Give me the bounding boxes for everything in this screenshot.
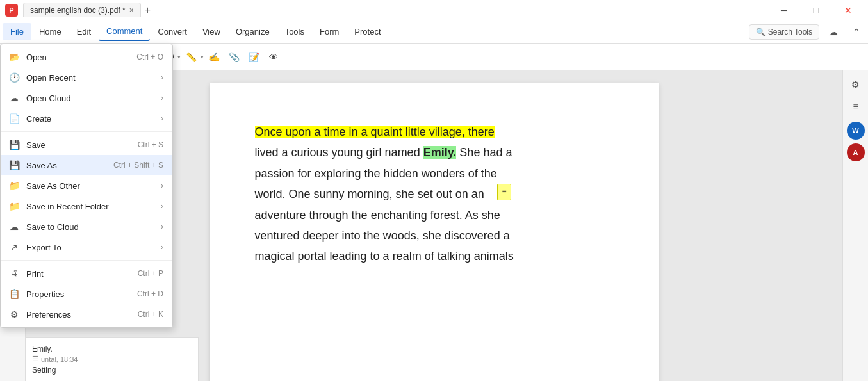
comment-box-chevron: ▾ <box>177 54 181 60</box>
menu-item-save-recent-folder[interactable]: 📁 Save in Recent Folder › <box>1 196 172 216</box>
measure-button[interactable]: 📏 <box>181 47 201 67</box>
open-icon: 📂 <box>8 51 20 63</box>
comment-meta-icon: ☰ <box>32 355 38 363</box>
menu-protect[interactable]: Protect <box>347 23 388 40</box>
sign-group[interactable]: ✍ <box>204 47 224 67</box>
export-icon: ↗ <box>8 241 20 253</box>
search-icon: 🔍 <box>756 28 766 36</box>
comment-panel: Emily. ☰ untal, 18:34 Setting <box>26 337 199 381</box>
menu-form[interactable]: Form <box>312 23 347 40</box>
paragraph-3: passion for exploring the hidden wonders… <box>255 163 614 184</box>
open-recent-label: Open Recent <box>26 73 154 83</box>
save-as-label: Save As <box>26 161 107 170</box>
cloud-upload-button[interactable]: ☁ <box>824 23 842 41</box>
window-minimize-button[interactable]: ─ <box>769 0 799 20</box>
save-label: Save <box>26 140 131 150</box>
properties-shortcut: Ctrl + D <box>137 289 163 298</box>
search-tools-label: Search Tools <box>768 28 812 36</box>
menu-file[interactable]: File <box>3 23 31 40</box>
name-emily: Emily. <box>423 146 457 159</box>
menu-tools[interactable]: Tools <box>277 23 312 40</box>
save-recent-icon: 📁 <box>8 200 20 212</box>
menu-item-print[interactable]: 🖨 Print Ctrl + P <box>1 263 172 284</box>
sign-button[interactable]: ✍ <box>204 47 224 67</box>
menu-item-create[interactable]: 📄 Create › <box>1 108 172 129</box>
show-hide-button[interactable]: 👁 <box>264 47 283 67</box>
menu-item-save[interactable]: 💾 Save Ctrl + S <box>1 134 172 155</box>
paragraph-1: Once upon a time in a quaint little vill… <box>255 122 614 142</box>
panel-settings-icon[interactable]: ⚙ <box>847 76 865 93</box>
print-label: Print <box>26 269 131 279</box>
save-cloud-label: Save to Cloud <box>26 222 154 232</box>
save-as-shortcut: Ctrl + Shift + S <box>113 161 163 170</box>
open-cloud-icon: ☁ <box>8 92 20 104</box>
edit-text-button[interactable]: 📝 <box>244 47 263 67</box>
measure-group[interactable]: 📏 ▾ <box>181 47 204 67</box>
open-recent-arrow: › <box>161 73 163 82</box>
create-arrow: › <box>161 114 163 123</box>
panel-adjust-icon[interactable]: ≡ <box>847 97 865 115</box>
save-cloud-icon: ☁ <box>8 221 20 232</box>
menu-item-open-cloud[interactable]: ☁ Open Cloud › <box>1 88 172 108</box>
new-tab-button[interactable]: + <box>145 4 151 16</box>
open-label: Open <box>26 53 130 62</box>
properties-icon: 📋 <box>8 288 20 300</box>
save-shortcut: Ctrl + S <box>138 140 163 149</box>
menu-convert[interactable]: Convert <box>150 23 195 40</box>
comment-meta-time: untal, 18:34 <box>41 355 78 363</box>
app-icon: P <box>5 4 18 17</box>
menu-item-export-to[interactable]: ↗ Export To › <box>1 237 172 257</box>
collapse-button[interactable]: ⌃ <box>848 23 865 41</box>
separator-2 <box>1 260 172 261</box>
menu-edit[interactable]: Edit <box>69 23 99 40</box>
create-label: Create <box>26 114 154 124</box>
open-shortcut: Ctrl + O <box>136 53 163 61</box>
save-cloud-arrow: › <box>161 222 163 231</box>
measure-chevron: ▾ <box>201 54 204 60</box>
menu-item-save-cloud[interactable]: ☁ Save to Cloud › <box>1 216 172 237</box>
preferences-icon: ⚙ <box>8 309 20 320</box>
document-page: Once upon a time in a quaint little vill… <box>210 83 659 381</box>
open-cloud-arrow: › <box>161 93 163 102</box>
attach-button[interactable]: 📎 <box>224 47 243 67</box>
document-tab[interactable]: sample english doc (3).pdf * × <box>23 3 141 17</box>
comment-name: Emily. <box>32 345 192 353</box>
menu-view[interactable]: View <box>195 23 228 40</box>
open-recent-icon: 🕐 <box>8 72 20 83</box>
title-bar: P sample english doc (3).pdf * × + ─ □ ✕ <box>0 0 868 20</box>
menu-item-save-as[interactable]: 💾 Save As Ctrl + Shift + S <box>1 155 172 175</box>
save-as-other-arrow: › <box>161 181 163 190</box>
paragraph-7: magical portal leading to a realm of tal… <box>255 246 614 266</box>
paragraph-4: world. One sunny morning, she set out on… <box>255 184 614 204</box>
acrobat-avatar[interactable]: A <box>847 143 865 161</box>
menu-item-preferences[interactable]: ⚙ Preferences Ctrl + K <box>1 304 172 325</box>
save-as-icon: 💾 <box>8 159 20 171</box>
comment-meta: ☰ untal, 18:34 <box>32 355 192 363</box>
menu-item-properties[interactable]: 📋 Properties Ctrl + D <box>1 284 172 304</box>
search-tools-button[interactable]: 🔍 Search Tools <box>749 24 819 40</box>
menu-item-open-recent[interactable]: 🕐 Open Recent › <box>1 67 172 88</box>
menu-item-open[interactable]: 📂 Open Ctrl + O <box>1 47 172 67</box>
paragraph-6: ventured deeper into the woods, she disc… <box>255 225 614 246</box>
right-sidebar: ⚙ ≡ W A <box>842 70 868 381</box>
preferences-shortcut: Ctrl + K <box>138 310 163 319</box>
menu-item-save-as-other[interactable]: 📁 Save As Other › <box>1 175 172 196</box>
properties-label: Properties <box>26 289 131 299</box>
file-dropdown-menu: 📂 Open Ctrl + O 🕐 Open Recent › ☁ Open C… <box>0 44 173 328</box>
print-shortcut: Ctrl + P <box>138 269 163 278</box>
tab-close-button[interactable]: × <box>129 6 134 15</box>
word-avatar[interactable]: W <box>847 122 865 140</box>
preferences-label: Preferences <box>26 310 131 320</box>
window-maximize-button[interactable]: □ <box>801 0 831 20</box>
menu-comment[interactable]: Comment <box>99 22 150 41</box>
tab-label: sample english doc (3).pdf * <box>30 6 126 15</box>
save-icon: 💾 <box>8 139 20 150</box>
export-arrow: › <box>161 243 163 252</box>
paragraph-2: lived a curious young girl named Emily. … <box>255 142 614 163</box>
save-recent-arrow: › <box>161 202 163 211</box>
window-close-button[interactable]: ✕ <box>833 0 863 20</box>
menu-bar: File Home Edit Comment Convert View Orga… <box>0 20 868 44</box>
menu-organize[interactable]: Organize <box>228 23 277 40</box>
menu-home[interactable]: Home <box>31 23 69 40</box>
highlighted-text: Once upon a time in a quaint little vill… <box>255 126 495 138</box>
